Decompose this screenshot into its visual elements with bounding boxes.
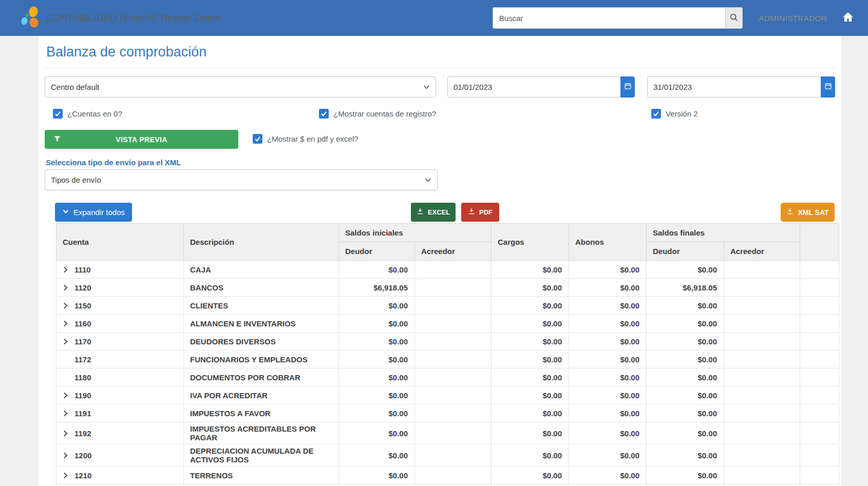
saldo-final-deudor: $0.00 xyxy=(647,315,724,333)
expand-row-icon[interactable] xyxy=(63,452,68,459)
saldo-inicial-deudor: $0.00 xyxy=(339,466,415,484)
saldo-inicial-deudor: $0.00 xyxy=(339,297,415,315)
brand[interactable]: CONTABILIDAD |VisorUS Resbar Demo xyxy=(20,5,221,31)
expand-all-label: Expandir todos xyxy=(73,208,125,217)
table-row: 1150 CLIENTES $0.00 $0.00 $0.00 $0.00 xyxy=(56,297,839,315)
checkbox-checked-icon xyxy=(651,109,661,119)
table-row: 1172 FUNCIONARIOS Y EMPLEADOS $0.00 $0.0… xyxy=(56,351,839,368)
saldo-inicial-acreedor xyxy=(415,422,492,444)
chevron-down-icon xyxy=(62,208,69,217)
col-header-sf-acreedor: Acreedor xyxy=(724,242,800,261)
col-header-sf-deudor: Deudor xyxy=(647,242,724,261)
account-description: DOCUMENTOS POR COBRAR xyxy=(184,368,339,386)
date-from-calendar-button[interactable] xyxy=(620,76,635,98)
account-description: DEPRECIACION ACUMULADA DE ACTIVOS FIJOS xyxy=(184,444,339,466)
expand-all-button[interactable]: Expandir todos xyxy=(55,203,132,222)
expand-row-icon[interactable] xyxy=(63,472,68,479)
pdf-download-button[interactable]: PDF xyxy=(461,203,499,222)
date-to-calendar-button[interactable] xyxy=(821,76,835,98)
abonos-value: $0.00 xyxy=(569,351,647,368)
table-row: 1190 IVA POR ACREDITAR $0.00 $0.00 $0.00… xyxy=(56,386,839,404)
calendar-icon xyxy=(624,82,632,92)
expand-row-icon[interactable] xyxy=(63,266,68,274)
checkbox-label: Versión 2 xyxy=(666,109,698,118)
date-from-input[interactable]: 01/01/2023 xyxy=(447,76,620,98)
account-number: 1120 xyxy=(74,283,91,292)
saldo-inicial-deudor: $0.00 xyxy=(339,404,415,422)
saldo-inicial-deudor: $0.00 xyxy=(339,315,415,333)
table-row: 1200 DEPRECIACION ACUMULADA DE ACTIVOS F… xyxy=(56,444,839,466)
expand-row-icon[interactable] xyxy=(63,284,68,291)
title-divider xyxy=(45,68,835,68)
col-header-abonos: Abonos xyxy=(569,224,647,261)
saldo-inicial-deudor: $0.00 xyxy=(339,422,415,444)
cargos-value: $0.00 xyxy=(492,404,569,422)
excel-download-button[interactable]: EXCEL xyxy=(411,203,456,222)
checkbox-mostrar-pdf-excel[interactable]: ¿Mostrar $ en pdf y excel? xyxy=(253,134,358,144)
saldo-final-acreedor xyxy=(724,466,800,484)
saldo-inicial-acreedor xyxy=(415,466,492,484)
saldo-inicial-deudor: $0.00 xyxy=(339,386,415,404)
expand-row-icon[interactable] xyxy=(63,410,68,417)
expand-row-icon[interactable] xyxy=(63,302,68,309)
center-select-value: Centro default xyxy=(51,83,99,91)
saldo-final-deudor: $0.00 xyxy=(647,422,724,444)
table-row: 1120 BANCOS $6,918.05 $0.00 $0.00 $6,918… xyxy=(56,279,839,297)
xml-sat-download-button[interactable]: XML SAT xyxy=(781,203,835,222)
expand-row-icon[interactable] xyxy=(63,430,68,437)
top-navbar: CONTABILIDAD |VisorUS Resbar Demo ADMINI… xyxy=(0,0,868,36)
saldo-final-deudor: $0.00 xyxy=(647,368,724,386)
saldo-final-acreedor xyxy=(724,279,800,297)
saldo-final-acreedor xyxy=(724,261,800,279)
account-description: CAJA xyxy=(184,261,339,279)
saldo-final-acreedor xyxy=(724,315,800,333)
account-description: CLIENTES xyxy=(184,297,339,315)
table-row: 1191 IMPUESTOS A FAVOR $0.00 $0.00 $0.00… xyxy=(56,404,839,422)
cargos-value: $0.00 xyxy=(492,279,569,297)
saldo-inicial-acreedor xyxy=(415,444,492,466)
download-icon xyxy=(417,208,424,217)
expand-row-icon[interactable] xyxy=(63,320,68,327)
account-number: 1192 xyxy=(74,429,91,438)
saldo-final-deudor: $0.00 xyxy=(647,466,724,484)
row-actions-cell xyxy=(800,386,839,404)
account-description: IMPUESTOS ACREDITABLES POR PAGAR xyxy=(184,422,339,444)
table-row: 1110 CAJA $0.00 $0.00 $0.00 $0.00 xyxy=(56,261,839,279)
col-header-saldos-finales: Saldos finales xyxy=(647,224,800,242)
saldo-final-acreedor xyxy=(724,297,800,315)
search-button[interactable] xyxy=(725,7,743,29)
app-title: CONTABILIDAD |VisorUS Resbar Demo xyxy=(46,13,221,24)
vista-previa-button[interactable]: VISTA PREVIA xyxy=(45,130,238,149)
saldo-inicial-deudor: $6,918.05 xyxy=(339,279,415,297)
row-actions-cell xyxy=(800,261,839,279)
xml-sat-label: XML SAT xyxy=(798,208,828,217)
checkbox-mostrar-registro[interactable]: ¿Mostrar cuentas de registro? xyxy=(319,109,436,119)
xml-type-select[interactable]: Tipos de envío xyxy=(45,169,438,190)
col-header-saldos-iniciales: Saldos iniciales xyxy=(339,224,492,242)
saldo-final-deudor xyxy=(647,484,724,486)
search-input[interactable] xyxy=(493,7,725,29)
expand-row-icon[interactable] xyxy=(63,392,68,399)
cargos-value: $0.00 xyxy=(492,368,569,386)
expand-row-icon[interactable] xyxy=(63,338,68,345)
row-actions-cell xyxy=(800,444,839,466)
account-description: IMPUESTOS A FAVOR xyxy=(184,404,339,422)
saldo-final-acreedor xyxy=(724,444,800,466)
account-number: 1150 xyxy=(74,301,91,310)
account-number: 1110 xyxy=(74,265,91,274)
chevron-down-icon xyxy=(424,176,432,185)
row-actions-cell xyxy=(800,297,839,315)
user-menu[interactable]: ADMINISTRADOR xyxy=(759,14,827,23)
download-icon xyxy=(468,208,475,217)
cargos-value: $0.00 xyxy=(492,351,569,368)
date-to-input[interactable]: 31/01/2023 xyxy=(647,76,821,98)
table-row: 1192 IMPUESTOS ACREDITABLES POR PAGAR $0… xyxy=(56,422,839,444)
saldo-final-acreedor xyxy=(724,333,800,351)
checkbox-label: ¿Cuentas en 0? xyxy=(67,109,122,118)
center-select[interactable]: Centro default xyxy=(45,76,436,98)
checkbox-cuentas-en-0[interactable]: ¿Cuentas en 0? xyxy=(53,109,122,119)
checkbox-version-2[interactable]: Versión 2 xyxy=(651,109,698,119)
saldo-final-deudor: $0.00 xyxy=(647,333,724,351)
saldo-final-acreedor xyxy=(724,386,800,404)
home-button[interactable] xyxy=(842,12,854,24)
